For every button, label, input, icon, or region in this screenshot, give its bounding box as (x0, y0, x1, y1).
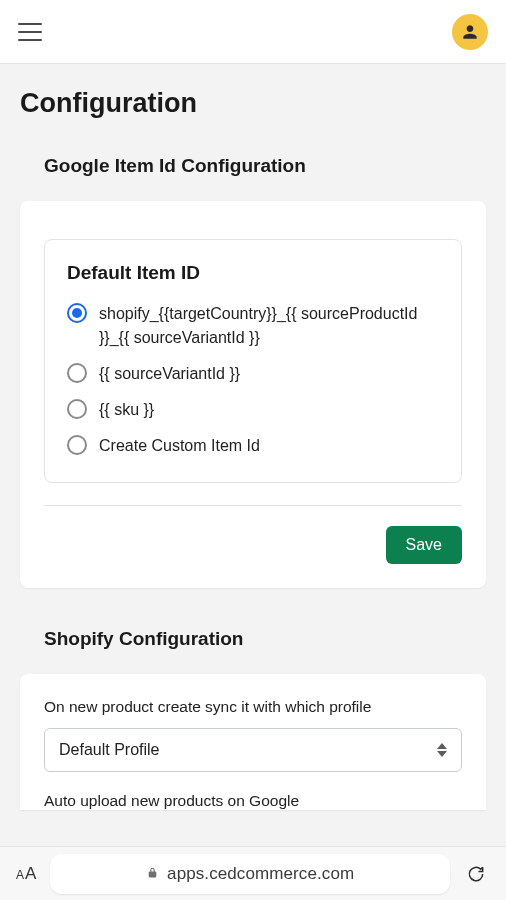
radio-label: Create Custom Item Id (99, 434, 260, 458)
shopify-config-card: On new product create sync it with which… (20, 674, 486, 810)
lock-icon (146, 865, 159, 883)
field-label-autoupload: Auto upload new products on Google (44, 792, 462, 810)
section-title-google: Google Item Id Configuration (0, 137, 506, 189)
save-row: Save (20, 506, 486, 564)
save-button[interactable]: Save (386, 526, 462, 564)
select-value: Default Profile (59, 741, 160, 759)
page-body: Configuration Google Item Id Configurati… (0, 64, 506, 846)
page-title: Configuration (0, 64, 506, 137)
refresh-icon (466, 864, 486, 884)
section-title-shopify: Shopify Configuration (0, 588, 506, 662)
text-size-large-icon: A (25, 864, 36, 884)
radio-icon (67, 303, 87, 323)
card-heading: Default Item ID (67, 262, 439, 284)
text-size-control[interactable]: A A (16, 864, 36, 884)
url-text: apps.cedcommerce.com (167, 864, 354, 884)
radio-label: {{ sourceVariantId }} (99, 362, 240, 386)
radio-icon (67, 399, 87, 419)
radio-option-3[interactable]: Create Custom Item Id (67, 434, 439, 458)
radio-label: shopify_{{targetCountry}}_{{ sourceProdu… (99, 302, 439, 350)
radio-icon (67, 363, 87, 383)
radio-icon (67, 435, 87, 455)
menu-icon[interactable] (18, 23, 42, 41)
avatar[interactable] (452, 14, 488, 50)
browser-toolbar: A A apps.cedcommerce.com (0, 846, 506, 900)
google-config-card: Default Item ID shopify_{{targetCountry}… (20, 201, 486, 588)
field-label-profile: On new product create sync it with which… (44, 698, 462, 716)
default-item-id-card: Default Item ID shopify_{{targetCountry}… (44, 239, 462, 483)
refresh-button[interactable] (462, 864, 490, 884)
radio-option-0[interactable]: shopify_{{targetCountry}}_{{ sourceProdu… (67, 302, 439, 350)
chevron-updown-icon (437, 743, 447, 757)
profile-select[interactable]: Default Profile (44, 728, 462, 772)
user-icon (460, 22, 480, 42)
radio-label: {{ sku }} (99, 398, 154, 422)
radio-option-1[interactable]: {{ sourceVariantId }} (67, 362, 439, 386)
app-header (0, 0, 506, 64)
radio-option-2[interactable]: {{ sku }} (67, 398, 439, 422)
address-bar[interactable]: apps.cedcommerce.com (50, 854, 450, 894)
text-size-small-icon: A (16, 868, 24, 882)
